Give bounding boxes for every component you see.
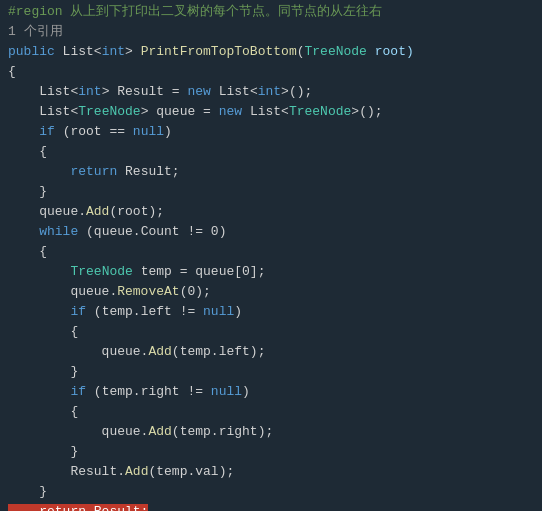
code-line: { [0, 142, 542, 162]
code-line: List<int> Result = new List<int>(); [0, 82, 542, 102]
code-line: queue.Add(root); [0, 202, 542, 222]
code-line: } [0, 182, 542, 202]
code-line: } [0, 442, 542, 462]
code-line: { [0, 242, 542, 262]
code-line: 1 个引用 [0, 22, 542, 42]
code-line: Result.Add(temp.val); [0, 462, 542, 482]
code-line: return Result; [0, 162, 542, 182]
code-line: if (temp.left != null) [0, 302, 542, 322]
code-line: queue.RemoveAt(0); [0, 282, 542, 302]
code-line: { [0, 62, 542, 82]
code-line: queue.Add(temp.left); [0, 342, 542, 362]
code-line: if (root == null) [0, 122, 542, 142]
code-editor: #region 从上到下打印出二叉树的每个节点。同节点的从左往右1 个引用pub… [0, 0, 542, 511]
code-line: while (queue.Count != 0) [0, 222, 542, 242]
code-line: { [0, 402, 542, 422]
code-line: } [0, 362, 542, 382]
code-line: return Result; [0, 502, 542, 511]
code-line: } [0, 482, 542, 502]
code-line: queue.Add(temp.right); [0, 422, 542, 442]
code-line: { [0, 322, 542, 342]
code-line: List<TreeNode> queue = new List<TreeNode… [0, 102, 542, 122]
code-line: public List<int> PrintFromTopToBottom(Tr… [0, 42, 542, 62]
code-line: #region 从上到下打印出二叉树的每个节点。同节点的从左往右 [0, 2, 542, 22]
code-line: TreeNode temp = queue[0]; [0, 262, 542, 282]
code-line: if (temp.right != null) [0, 382, 542, 402]
